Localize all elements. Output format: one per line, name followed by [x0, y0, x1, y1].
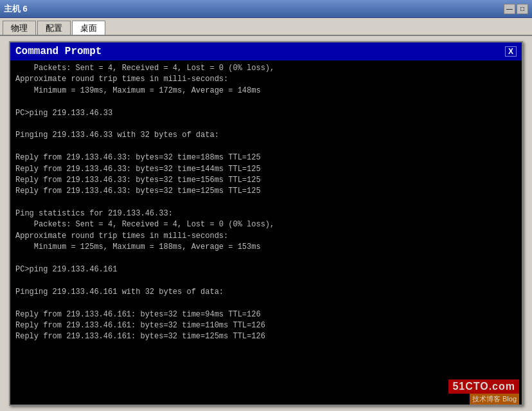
cmd-close-button[interactable]: X — [505, 46, 517, 57]
cmd-line: Packets: Sent = 4, Received = 4, Lost = … — [15, 63, 517, 74]
main-content: Command Prompt X Packets: Sent = 4, Rece… — [0, 36, 532, 411]
cmd-line — [15, 142, 517, 152]
cmd-line — [15, 253, 517, 264]
cmd-line: Reply from 219.133.46.33: bytes=32 time=… — [15, 152, 517, 163]
cmd-line: Pinging 219.133.46.33 with 32 bytes of d… — [15, 130, 517, 141]
watermark-bottom: 技术博客 Blog — [470, 394, 519, 405]
cmd-line — [15, 275, 517, 286]
cmd-line: PC>ping 219.133.46.161 — [15, 264, 517, 275]
cmd-line — [15, 119, 517, 130]
watermark: 51CTO.com 技术博客 Blog — [448, 379, 519, 405]
window-controls: — □ — [504, 4, 528, 14]
cmd-line: PC>ping 219.133.46.33 — [15, 108, 517, 119]
tab-desktop[interactable]: 桌面 — [72, 21, 105, 35]
cmd-line: Reply from 219.133.46.33: bytes=32 time=… — [15, 186, 517, 197]
cmd-line: Reply from 219.133.46.161: bytes=32 time… — [15, 331, 517, 342]
cmd-line: Minimum = 139ms, Maximum = 172ms, Averag… — [15, 86, 517, 96]
cmd-line: Reply from 219.133.46.33: bytes=32 time=… — [15, 175, 517, 186]
tab-bar: 物理 配置 桌面 — [0, 18, 532, 36]
cmd-line: Packets: Sent = 4, Received = 4, Lost = … — [15, 219, 517, 230]
cmd-line: Pinging 219.133.46.161 with 32 bytes of … — [15, 287, 517, 298]
cmd-line — [15, 298, 517, 309]
maximize-button[interactable]: □ — [517, 4, 528, 14]
cmd-line: Ping statistics for 219.133.46.33: — [15, 208, 517, 219]
cmd-line: Reply from 219.133.46.33: bytes=32 time=… — [15, 164, 517, 175]
window-title: 主机 6 — [4, 3, 28, 15]
cmd-title-bar: Command Prompt X — [10, 42, 522, 60]
watermark-top: 51CTO.com — [448, 379, 519, 394]
command-prompt-window: Command Prompt X Packets: Sent = 4, Rece… — [9, 41, 523, 406]
cmd-line: Approximate round trip times in milli-se… — [15, 74, 517, 85]
cmd-line: Reply from 219.133.46.161: bytes=32 time… — [15, 320, 517, 331]
cmd-line: Minimum = 125ms, Maximum = 188ms, Averag… — [15, 242, 517, 253]
cmd-line: Approximate round trip times in milli-se… — [15, 231, 517, 242]
tab-config[interactable]: 配置 — [37, 21, 71, 35]
tab-physics[interactable]: 物理 — [3, 21, 36, 35]
cmd-body[interactable]: Packets: Sent = 4, Received = 4, Lost = … — [10, 60, 522, 405]
cmd-line — [15, 96, 517, 107]
cmd-line: Reply from 219.133.46.161: bytes=32 time… — [15, 309, 517, 320]
minimize-button[interactable]: — — [504, 4, 515, 14]
cmd-line — [15, 197, 517, 208]
window-title-bar: 主机 6 — □ — [0, 0, 532, 18]
cmd-title: Command Prompt — [15, 46, 102, 57]
